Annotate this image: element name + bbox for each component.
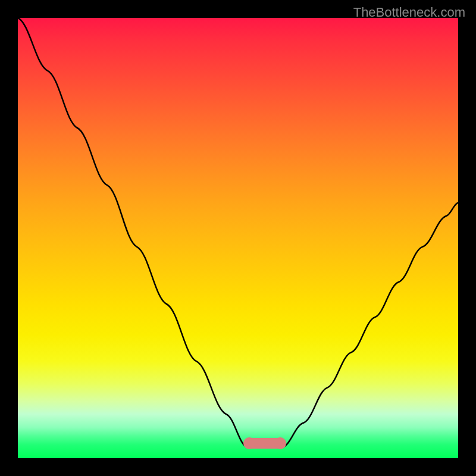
optimal-bottleneck-band [247, 438, 283, 449]
bottleneck-curve-svg [18, 18, 458, 458]
chart-plot-area [18, 18, 458, 458]
left-curve-line [18, 18, 247, 447]
watermark-text: TheBottleneck.com [353, 5, 465, 20]
right-curve-line [283, 203, 458, 447]
